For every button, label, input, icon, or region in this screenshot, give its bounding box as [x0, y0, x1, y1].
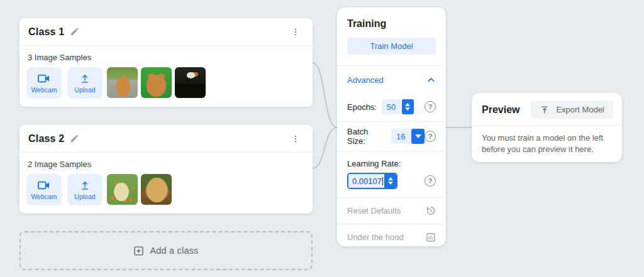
under-the-hood-button[interactable]: Under the hood — [337, 224, 446, 250]
preview-message: You must train a model on the left befor… — [472, 126, 622, 162]
epochs-label: Epochs: — [347, 102, 377, 112]
class-title: Class 1 — [28, 26, 64, 38]
learning-rate-label: Learning Rate: — [347, 159, 436, 168]
upload-icon — [79, 73, 91, 84]
advanced-label: Advanced — [347, 75, 384, 85]
under-the-hood-label: Under the hood — [347, 232, 404, 242]
samples-row: Webcam Upload — [26, 174, 306, 205]
teachable-machine-workspace: Class 1 3 Image Samples Webcam Upload — [0, 0, 644, 277]
webcam-label: Webcam — [31, 86, 57, 94]
batch-size-value[interactable]: 16 — [391, 129, 410, 144]
class-title: Class 2 — [28, 133, 64, 144]
history-icon — [425, 205, 436, 216]
sample-image-cat-sitting[interactable] — [107, 67, 138, 98]
stepper-down-icon — [388, 182, 393, 185]
preview-header: Preview Export Model — [472, 93, 622, 125]
reset-defaults-label: Reset Defaults — [347, 206, 401, 215]
sample-thumbnails — [107, 67, 206, 98]
training-title: Training — [337, 8, 446, 30]
preview-title: Preview — [482, 104, 519, 116]
reset-defaults-button[interactable]: Reset Defaults — [337, 198, 446, 224]
edit-class-name-icon[interactable] — [70, 134, 79, 143]
export-model-button[interactable]: Export Model — [531, 100, 613, 119]
learning-rate-input[interactable]: 0.00107 — [347, 173, 397, 189]
export-model-label: Export Model — [556, 105, 604, 114]
webcam-icon — [37, 180, 51, 191]
upload-icon — [79, 180, 91, 191]
learning-rate-row: 0.00107 ? — [347, 173, 436, 189]
class-card-body: 2 Image Samples Webcam Upload — [19, 153, 313, 205]
upload-button[interactable]: Upload — [67, 174, 103, 205]
chart-icon — [426, 232, 436, 242]
export-icon — [540, 105, 550, 115]
batch-size-row: Batch Size: 16 ? — [337, 122, 446, 151]
learning-rate-stepper[interactable] — [384, 174, 396, 188]
add-class-label: Add a class — [150, 246, 198, 256]
epochs-stepper[interactable] — [402, 99, 414, 114]
chevron-up-icon — [426, 75, 436, 85]
samples-row: Webcam Upload — [26, 67, 306, 99]
upload-label: Upload — [74, 86, 95, 94]
advanced-toggle[interactable]: Advanced — [337, 67, 446, 92]
upload-button[interactable]: Upload — [67, 67, 103, 99]
webcam-icon — [37, 73, 51, 84]
sample-image-cat-dark[interactable] — [175, 67, 206, 98]
class-menu-icon[interactable] — [290, 26, 301, 38]
epochs-row: Epochs: 50 ? — [337, 92, 446, 121]
edit-class-name-icon[interactable] — [70, 27, 79, 36]
epochs-help-icon[interactable]: ? — [425, 101, 436, 112]
class-menu-icon[interactable] — [290, 133, 301, 145]
class-card-header: Class 1 — [19, 18, 313, 46]
learning-rate-help-icon[interactable]: ? — [425, 175, 436, 187]
batch-size-dropdown[interactable] — [411, 129, 425, 144]
upload-label: Upload — [74, 193, 95, 200]
class-card-body: 3 Image Samples Webcam Upload — [19, 46, 313, 99]
class-card-1: Class 1 3 Image Samples Webcam Upload — [19, 18, 313, 107]
training-panel: Training Train Model Advanced Epochs: 50… — [337, 8, 446, 246]
stepper-up-icon — [388, 177, 393, 180]
stepper-up-icon — [405, 103, 410, 106]
train-model-button[interactable]: Train Model — [347, 38, 436, 55]
class-card-header: Class 2 — [19, 125, 313, 153]
webcam-label: Webcam — [31, 193, 57, 200]
preview-message-line2: before you can preview it here. — [482, 144, 612, 155]
dropdown-arrow-icon — [415, 134, 421, 138]
sample-count-label: 2 Image Samples — [28, 160, 306, 169]
batch-size-label: Batch Size: — [347, 127, 386, 146]
preview-message-line1: You must train a model on the left — [482, 133, 612, 144]
stepper-down-icon — [405, 107, 410, 111]
learning-rate-value: 0.00107 — [348, 174, 384, 188]
add-class-button[interactable]: Add a class — [19, 231, 313, 270]
sample-image-dog-face[interactable] — [141, 174, 172, 205]
batch-size-help-icon[interactable]: ? — [425, 131, 436, 142]
text-caret — [382, 177, 383, 185]
add-class-icon — [133, 246, 144, 256]
sample-count-label: 3 Image Samples — [28, 53, 306, 62]
learning-rate-block: Learning Rate: 0.00107 ? — [337, 151, 446, 197]
webcam-button[interactable]: Webcam — [26, 67, 62, 99]
preview-panel: Preview Export Model You must train a mo… — [472, 93, 622, 162]
sample-image-dog-grass[interactable] — [107, 174, 138, 205]
webcam-button[interactable]: Webcam — [26, 174, 62, 205]
sample-thumbnails — [107, 174, 172, 205]
epochs-input[interactable]: 50 — [382, 99, 401, 114]
divider — [337, 65, 446, 66]
class-card-2: Class 2 2 Image Samples Webcam Upload — [19, 125, 313, 214]
sample-image-cat-face[interactable] — [141, 67, 172, 98]
